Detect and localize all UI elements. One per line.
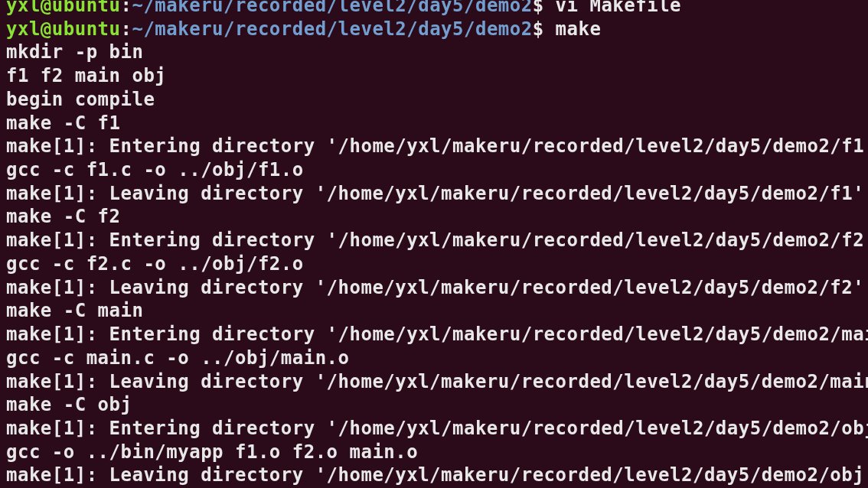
prompt-host: ubuntu [52, 0, 121, 16]
prompt-dollar: $ [533, 18, 556, 40]
prompt-colon: : [121, 18, 132, 40]
output-line: gcc -c f1.c -o ../obj/f1.o [6, 158, 862, 182]
output-line: make[1]: Leaving directory '/home/yxl/ma… [6, 182, 862, 206]
output-line: f1 f2 main obj [6, 64, 862, 88]
output-line: make -C f2 [6, 205, 862, 229]
output-line: make[1]: Entering directory '/home/yxl/m… [6, 135, 862, 158]
prompt-user: yxl [6, 0, 41, 16]
prompt-at: @ [41, 0, 52, 16]
terminal-window[interactable]: yxl@ubuntu:~/makeru/recorded/level2/day5… [6, 0, 862, 488]
prompt-path: ~/makeru/recorded/level2/day5/demo2 [132, 0, 532, 16]
output-line: make[1]: Entering directory '/home/yxl/m… [6, 323, 862, 346]
output-line: gcc -c main.c -o ../obj/main.o [6, 346, 862, 370]
prompt-line: yxl@ubuntu:~/makeru/recorded/level2/day5… [6, 0, 862, 18]
prompt-host: ubuntu [52, 18, 121, 40]
output-line: make -C main [6, 299, 862, 323]
prompt-dollar: $ [533, 0, 556, 16]
output-line: make[1]: Leaving directory '/home/yxl/ma… [6, 276, 862, 300]
prompt-colon: : [121, 0, 132, 16]
output-line: mkdir -p bin [6, 41, 862, 64]
command-text: make [556, 18, 602, 40]
prompt-path: ~/makeru/recorded/level2/day5/demo2 [132, 18, 532, 40]
output-line: make[1]: Entering directory '/home/yxl/m… [6, 229, 862, 252]
output-line: make -C f1 [6, 112, 862, 135]
output-line: gcc -o ../bin/myapp f1.o f2.o main.o [6, 441, 862, 464]
output-line: gcc -c f2.c -o ../obj/f2.o [6, 252, 862, 276]
prompt-line: yxl@ubuntu:~/makeru/recorded/level2/day5… [6, 18, 862, 41]
prompt-user: yxl [6, 18, 41, 40]
output-line: make[1]: Leaving directory '/home/yxl/ma… [6, 370, 862, 394]
output-line: make -C obj [6, 393, 862, 417]
output-line: make[1]: Entering directory '/home/yxl/m… [6, 417, 862, 441]
output-line: make[1]: Leaving directory '/home/yxl/ma… [6, 464, 862, 487]
output-line: begin compile [6, 88, 862, 112]
prompt-at: @ [41, 18, 52, 40]
command-text: vi Makefile [556, 0, 681, 16]
